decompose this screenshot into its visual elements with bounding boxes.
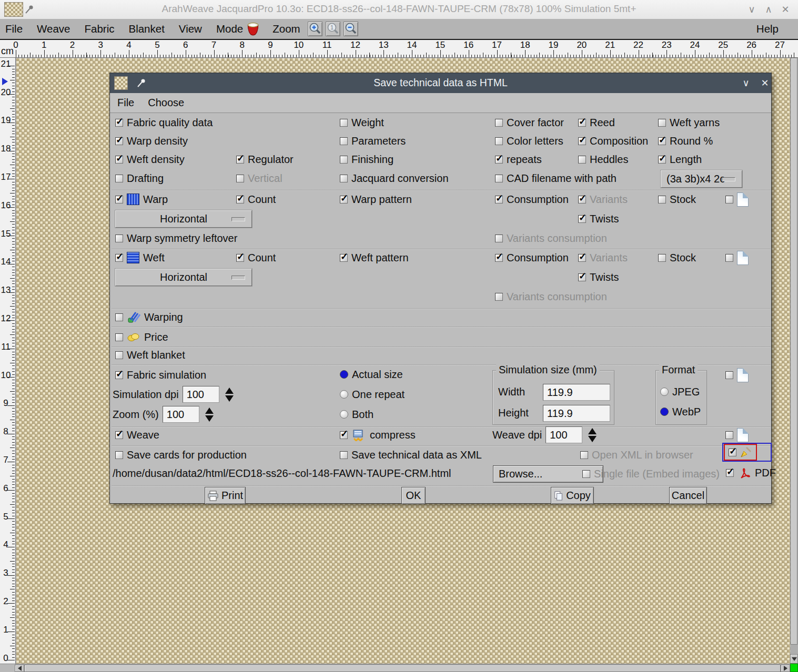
checkbox[interactable] [340, 175, 348, 182]
checkbox[interactable] [578, 137, 586, 145]
menu-help[interactable]: Help [756, 23, 779, 35]
menu-mode[interactable]: Mode [216, 23, 243, 35]
option-weave[interactable]: Weave [115, 429, 159, 441]
option-weft[interactable]: Weft [115, 251, 165, 264]
checkbox[interactable] [578, 215, 586, 223]
option-simulation-file[interactable] [725, 369, 749, 381]
checkbox[interactable] [340, 137, 348, 145]
checkbox[interactable] [495, 156, 503, 164]
radio-actual-size[interactable]: Actual size [340, 368, 403, 381]
zoom-percent-input[interactable]: 100 [163, 406, 199, 423]
option-warp-density[interactable]: Warp density [115, 135, 188, 147]
window-close-icon[interactable] [779, 3, 792, 16]
checkbox[interactable] [115, 351, 123, 359]
warp-direction-dropdown[interactable]: Horizontal [115, 210, 252, 228]
radio-jpeg[interactable]: JPEG [660, 385, 700, 398]
option-warp-symmetry-leftover[interactable]: Warp symmetry leftover [115, 232, 237, 245]
reed-denting-dropdown[interactable]: (3a 3b)x4 2c [661, 170, 742, 188]
option-compress[interactable]: compress [340, 429, 416, 441]
dialog-menu-file[interactable]: File [117, 97, 134, 109]
checkbox[interactable] [115, 451, 123, 459]
option-warp-pattern[interactable]: Warp pattern [340, 193, 412, 206]
vertical-scrollbar-thumb[interactable] [791, 58, 797, 645]
checkbox[interactable] [340, 119, 348, 127]
checkbox[interactable] [658, 254, 666, 262]
option-color-letters[interactable]: Color letters [495, 135, 563, 147]
checkbox[interactable] [115, 313, 123, 321]
option-drafting[interactable]: Drafting [115, 172, 164, 185]
checkbox[interactable] [115, 175, 123, 182]
radio-icon[interactable] [660, 408, 669, 416]
option-fabric-simulation[interactable]: Fabric simulation [115, 369, 206, 381]
option-weft-consumption[interactable]: Consumption [495, 251, 569, 264]
option-weft-pattern[interactable]: Weft pattern [340, 251, 409, 264]
menu-view[interactable]: View [179, 23, 202, 35]
checkbox[interactable] [115, 235, 123, 242]
checkbox[interactable] [729, 449, 736, 456]
checkbox[interactable] [658, 156, 666, 164]
checkbox[interactable] [115, 333, 123, 341]
option-finishing[interactable]: Finishing [340, 153, 393, 166]
width-input[interactable]: 119.9 [543, 384, 610, 401]
option-fabric-quality-data[interactable]: Fabric quality data [115, 116, 213, 129]
checkbox[interactable] [340, 254, 348, 262]
menu-weave[interactable]: Weave [37, 23, 70, 35]
option-parameters[interactable]: Parameters [340, 135, 406, 147]
radio-icon[interactable] [340, 370, 348, 379]
checkbox[interactable] [725, 431, 733, 439]
checkbox[interactable] [495, 137, 503, 145]
height-input[interactable]: 119.9 [543, 405, 610, 422]
ok-button[interactable]: OK [401, 487, 426, 504]
checkbox[interactable] [725, 371, 733, 379]
option-weft-file[interactable] [725, 251, 749, 264]
option-weft-yarns[interactable]: Weft yarns [658, 116, 720, 129]
checkbox[interactable] [236, 196, 244, 203]
radio-both[interactable]: Both [340, 408, 373, 421]
option-warping[interactable]: Warping [115, 311, 183, 323]
option-reed[interactable]: Reed [578, 116, 615, 129]
checkbox[interactable] [495, 119, 503, 127]
radio-icon[interactable] [660, 388, 669, 396]
checkbox[interactable] [340, 156, 348, 164]
option-cad-filename[interactable]: CAD filename with path [495, 172, 617, 185]
option-weft-count[interactable]: Count [236, 251, 276, 264]
checkbox[interactable] [726, 469, 734, 477]
checkbox[interactable] [578, 119, 586, 127]
checkbox[interactable] [725, 254, 733, 262]
option-save-cards[interactable]: Save cards for production [115, 449, 247, 461]
zoom-in-button[interactable] [308, 22, 322, 36]
option-weft-stock[interactable]: Stock [658, 251, 696, 264]
menu-file[interactable]: File [5, 23, 23, 35]
checkbox[interactable] [236, 156, 244, 164]
scroll-down-button[interactable] [790, 654, 798, 664]
option-repeats[interactable]: repeats [495, 153, 542, 166]
horizontal-scrollbar-thumb[interactable] [24, 665, 781, 672]
spinner-icon[interactable] [205, 408, 214, 422]
horizontal-scrollbar[interactable] [0, 664, 798, 672]
dialog-menu-choose[interactable]: Choose [148, 97, 184, 109]
scroll-left-button[interactable] [15, 665, 24, 672]
option-weight[interactable]: Weight [340, 116, 384, 129]
option-warp-stock[interactable]: Stock [658, 193, 696, 206]
checkbox[interactable] [340, 451, 348, 459]
checkbox[interactable] [115, 119, 123, 127]
weft-direction-dropdown[interactable]: Horizontal [115, 269, 252, 286]
window-shade-icon[interactable] [745, 3, 759, 16]
zoom-out-button[interactable] [344, 22, 358, 36]
option-warp-twists[interactable]: Twists [578, 212, 619, 225]
checkbox[interactable] [115, 156, 123, 164]
print-button[interactable]: Print [205, 487, 246, 504]
option-round-percent[interactable]: Round % [658, 135, 713, 147]
radio-webp[interactable]: WebP [660, 405, 701, 418]
checkbox[interactable] [115, 137, 123, 145]
weave-dpi-input[interactable]: 100 [546, 426, 582, 443]
option-length[interactable]: Length [658, 153, 702, 166]
cancel-button[interactable]: Cancel [669, 487, 707, 504]
spinner-icon[interactable] [225, 388, 234, 402]
checkbox[interactable] [340, 196, 348, 203]
option-jacquard-conversion[interactable]: Jacquard conversion [340, 172, 449, 185]
option-pdf[interactable]: PDF [726, 466, 776, 479]
checkbox[interactable] [725, 196, 733, 203]
copy-button[interactable]: Copy [551, 487, 594, 504]
dialog-shade-icon[interactable] [739, 76, 753, 90]
